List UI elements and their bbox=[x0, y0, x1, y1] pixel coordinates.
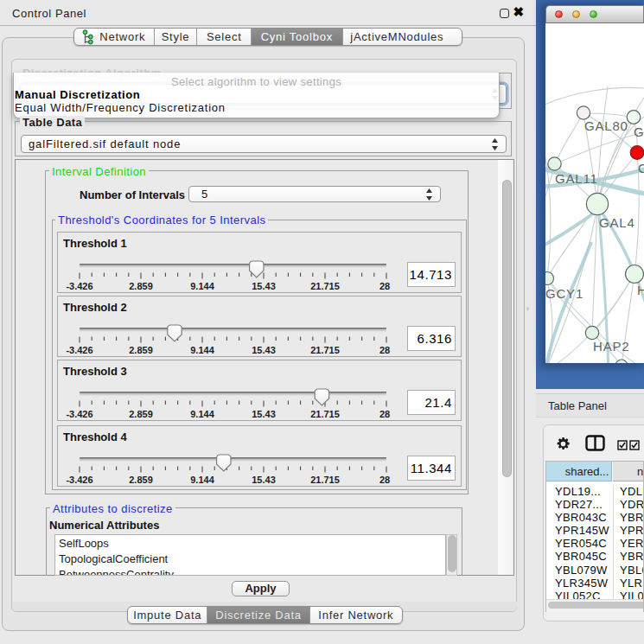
svg-text:-3.426: -3.426 bbox=[66, 409, 92, 419]
svg-text:GAL11: GAL11 bbox=[555, 171, 598, 186]
svg-text:21.715: 21.715 bbox=[310, 345, 340, 355]
svg-text:21.715: 21.715 bbox=[310, 281, 340, 291]
svg-text:9.144: 9.144 bbox=[190, 345, 214, 355]
svg-text:15.43: 15.43 bbox=[252, 475, 276, 485]
svg-text:C: C bbox=[638, 161, 644, 175]
svg-text:2.859: 2.859 bbox=[129, 409, 153, 419]
svg-text:2.859: 2.859 bbox=[129, 281, 153, 291]
svg-text:28: 28 bbox=[379, 281, 390, 291]
svg-text:-3.426: -3.426 bbox=[66, 475, 92, 485]
svg-text:21.715: 21.715 bbox=[310, 475, 340, 485]
svg-text:9.144: 9.144 bbox=[190, 281, 214, 291]
svg-text:GAL80: GAL80 bbox=[584, 118, 628, 133]
svg-text:9.144: 9.144 bbox=[190, 409, 214, 419]
svg-text:28: 28 bbox=[379, 475, 390, 485]
svg-text:2.859: 2.859 bbox=[129, 475, 153, 485]
svg-text:15.43: 15.43 bbox=[252, 345, 276, 355]
svg-text:2.859: 2.859 bbox=[129, 345, 153, 355]
svg-text:28: 28 bbox=[379, 409, 390, 419]
svg-text:21.715: 21.715 bbox=[310, 409, 340, 419]
svg-text:GAL4: GAL4 bbox=[599, 215, 635, 230]
svg-text:HAP2: HAP2 bbox=[593, 339, 629, 354]
svg-text:28: 28 bbox=[379, 345, 390, 355]
svg-text:15.43: 15.43 bbox=[252, 281, 276, 291]
svg-text:15.43: 15.43 bbox=[252, 409, 276, 419]
svg-text:-3.426: -3.426 bbox=[66, 345, 92, 355]
svg-text:GA: GA bbox=[634, 124, 644, 139]
svg-text:H: H bbox=[637, 283, 644, 297]
svg-text:9.144: 9.144 bbox=[190, 475, 214, 485]
svg-text:-3.426: -3.426 bbox=[66, 281, 92, 291]
svg-text:GCY1: GCY1 bbox=[545, 286, 583, 301]
